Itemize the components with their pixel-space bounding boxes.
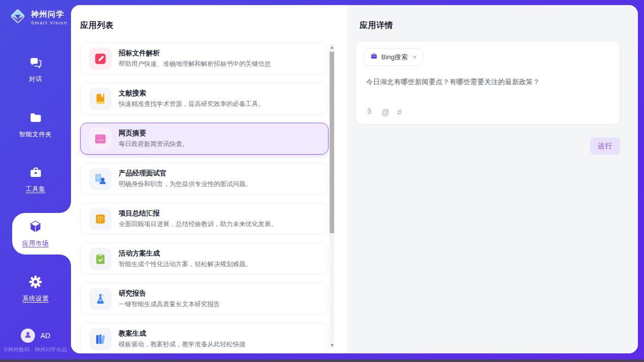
- app-card-name: 网页摘要: [119, 129, 189, 138]
- interviewer-icon: [89, 168, 112, 190]
- sidebar-item-label: 系统设置: [22, 295, 49, 303]
- app-card-desc: 一键智能生成高质量长文本研究报告: [119, 300, 220, 309]
- scroll-down-arrow-icon[interactable]: [330, 343, 334, 348]
- brand-name: 神州问学: [31, 10, 67, 19]
- app-card-bid-parse[interactable]: 招标文件解析 帮助用户快速、准确地理解和解析招标书中的关键信息: [80, 43, 329, 75]
- app-card-web-summary[interactable]: </> 网页摘要 每日政府新闻资讯快查。: [80, 123, 329, 155]
- app-list-panel: 应用列表 招标文件解析 帮助用户快速、准确地理解和解析招标书中的关键信息: [71, 5, 347, 353]
- app-list-title: 应用列表: [80, 20, 114, 31]
- folder-icon: [29, 111, 43, 127]
- scrollbar-thumb[interactable]: [330, 52, 334, 233]
- app-card-desc: 帮助用户快速、准确地理解和解析招标书中的关键信息: [119, 60, 271, 68]
- briefcase-icon: [370, 52, 378, 62]
- toolbox-icon: [29, 166, 43, 182]
- app-card-desc: 智能生成个性化活动方案，轻松解决规划难题。: [119, 260, 252, 269]
- app-card-research-report[interactable]: 研究报告 一键智能生成高质量长文本研究报告: [80, 283, 329, 315]
- app-card-name: 活动方案生成: [119, 249, 252, 258]
- summary-note-icon: [89, 208, 112, 230]
- user-initials: AD: [41, 332, 50, 340]
- app-card-name: 文献搜索: [119, 89, 265, 98]
- sidebar-item-chat[interactable]: 对话: [0, 56, 71, 84]
- app-card-lesson-plan[interactable]: 教案生成 模板驱动，教案秒成，教学准备从此轻松快捷: [80, 323, 329, 353]
- app-card-pm-interviewer[interactable]: 产品经理面试官 明确身份和职责，为您提供专业性的面试问题。: [80, 163, 329, 195]
- app-detail-title: 应用详情: [360, 20, 393, 31]
- prompt-text[interactable]: 今日湖北有哪些新闻要点？有哪些需要关注的最新政策？: [366, 78, 610, 87]
- mention-icon[interactable]: @: [381, 108, 389, 117]
- person-avatar-icon: [23, 330, 32, 341]
- app-card-name: 招标文件解析: [119, 49, 271, 58]
- sidebar-item-toolset[interactable]: 工具集: [0, 166, 71, 194]
- app-card-list: 招标文件解析 帮助用户快速、准确地理解和解析招标书中的关键信息 文献搜索 快速精…: [80, 43, 329, 353]
- app-card-project-summary[interactable]: 项目总结汇报 全面回顾项目进展，总结经验教训，助力未来优化发展。: [80, 203, 329, 235]
- flask-icon: [89, 288, 112, 310]
- copyright-text: ©神州数码 · 神州问学出品: [0, 346, 71, 353]
- cube-icon: [28, 220, 43, 236]
- sidebar-item-label: 对话: [29, 75, 42, 84]
- gear-icon: [28, 275, 43, 291]
- brand-logo: 神州问学 Smart Vision: [8, 7, 67, 28]
- tool-tag-bing-search[interactable]: Bing搜索 ×: [364, 48, 423, 66]
- edit-document-icon: [89, 48, 112, 70]
- book-icon: [89, 88, 112, 110]
- sidebar-item-label: 工具集: [26, 185, 46, 194]
- scroll-up-arrow-icon[interactable]: [330, 45, 334, 50]
- app-card-desc: 全面回顾项目进展，总结经验教训，助力未来优化发展。: [119, 220, 277, 229]
- app-detail-panel: 应用详情 Bing搜索 × 今日湖北有哪些新闻要点？有哪些需要关注的最新政策？: [347, 5, 638, 353]
- svg-text:</>: </>: [97, 138, 104, 142]
- web-code-icon: </>: [89, 128, 112, 150]
- sidebar-item-label: 应用市场: [22, 239, 49, 248]
- user-account[interactable]: AD: [0, 329, 71, 343]
- app-card-desc: 模板驱动，教案秒成，教学准备从此轻松快捷: [119, 340, 245, 349]
- app-card-desc: 每日政府新闻资讯快查。: [119, 140, 189, 149]
- app-card-event-plan[interactable]: 活动方案生成 智能生成个性化活动方案，轻松解决规划难题。: [80, 243, 329, 275]
- tool-tag-label: Bing搜索: [381, 53, 408, 62]
- app-card-name: 项目总结汇报: [119, 209, 277, 218]
- clipboard-check-icon: [89, 248, 112, 270]
- content-shell: 应用列表 招标文件解析 帮助用户快速、准确地理解和解析招标书中的关键信息: [71, 5, 638, 353]
- books-icon: [89, 328, 112, 350]
- app-card-literature-search[interactable]: 文献搜索 快速精准查找学术资源，提高研究效率的必备工具。: [80, 83, 329, 115]
- close-icon[interactable]: ×: [413, 54, 417, 60]
- gem-diamond-icon: [8, 7, 27, 28]
- sidebar-item-settings[interactable]: 系统设置: [0, 275, 71, 303]
- run-button[interactable]: 运行: [590, 137, 620, 155]
- app-card-desc: 明确身份和职责，为您提供专业性的面试问题。: [119, 180, 252, 189]
- avatar: [21, 329, 35, 343]
- sidebar-item-smart-folders[interactable]: 智能文件夹: [0, 111, 71, 139]
- sidebar-item-app-market[interactable]: 应用市场: [0, 220, 71, 248]
- app-card-name: 教案生成: [119, 329, 245, 338]
- app-card-name: 研究报告: [119, 289, 220, 298]
- app-card-name: 产品经理面试官: [119, 169, 252, 178]
- brand-subtitle: Smart Vision: [31, 20, 67, 25]
- composer-toolbar: @ #: [365, 107, 402, 118]
- sidebar: 神州问学 Smart Vision 对话 智能文件夹 工具集: [0, 0, 71, 362]
- prompt-editor-card[interactable]: Bing搜索 × 今日湖北有哪些新闻要点？有哪些需要关注的最新政策？ @ #: [355, 41, 620, 125]
- paperclip-icon[interactable]: [365, 107, 374, 118]
- app-list-scrollbar[interactable]: [330, 45, 334, 348]
- app-card-desc: 快速精准查找学术资源，提高研究效率的必备工具。: [119, 100, 265, 108]
- chat-icon: [29, 56, 43, 71]
- sidebar-item-label: 智能文件夹: [19, 130, 52, 139]
- hash-icon[interactable]: #: [397, 108, 402, 117]
